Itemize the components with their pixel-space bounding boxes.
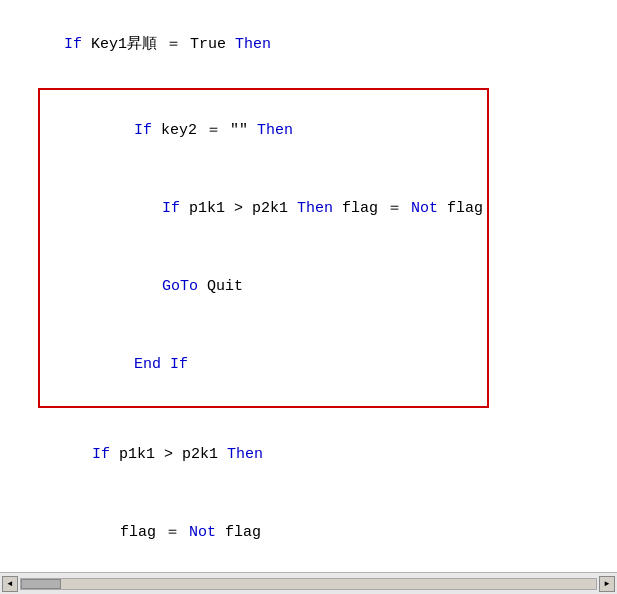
keyword-then: Then <box>257 122 293 139</box>
keyword-not: Not <box>411 200 447 217</box>
keyword-if: If <box>162 200 189 217</box>
code-text: p1k1 > p2k1 <box>189 200 297 217</box>
scroll-right-button[interactable]: ► <box>599 576 615 592</box>
keyword-end-if: End If <box>134 356 188 373</box>
code-text: flag ＝ <box>120 524 189 541</box>
code-line: If Key1昇順 ＝ True Then <box>10 6 607 84</box>
code-line: GoTo Quit <box>44 248 483 326</box>
scroll-left-button[interactable]: ◄ <box>2 576 18 592</box>
keyword-then: Then <box>227 446 263 463</box>
highlight-box-1: If key2 ＝ "" Then If p1k1 > p2k1 Then fl… <box>38 88 489 408</box>
code-editor: If Key1昇順 ＝ True Then If key2 ＝ "" Then … <box>0 0 617 572</box>
keyword-not: Not <box>189 524 225 541</box>
horizontal-scrollbar[interactable]: ◄ ► <box>0 572 617 594</box>
keyword-if: If <box>64 36 91 53</box>
code-text: Key1昇順 ＝ True <box>91 36 235 53</box>
code-text: flag ＝ <box>342 200 411 217</box>
keyword-goto: GoTo <box>162 278 207 295</box>
scroll-thumb[interactable] <box>21 579 61 589</box>
code-text: p1k1 > p2k1 <box>119 446 227 463</box>
code-text: flag <box>447 200 483 217</box>
code-text: Quit <box>207 278 243 295</box>
code-line: If p1k1 > p2k1 Then <box>10 416 607 494</box>
code-section-1: If Key1昇順 ＝ True Then If key2 ＝ "" Then … <box>0 0 617 572</box>
keyword-if: If <box>134 122 161 139</box>
code-line: If p1k1 > p2k1 Then flag ＝ Not flag <box>44 170 483 248</box>
keyword-then: Then <box>297 200 342 217</box>
scroll-track[interactable] <box>20 578 597 590</box>
code-line: flag ＝ Not flag <box>10 494 607 572</box>
code-line: If key2 ＝ "" Then <box>44 92 483 170</box>
code-text: flag <box>225 524 261 541</box>
code-text: key2 ＝ "" <box>161 122 257 139</box>
keyword-if: If <box>92 446 119 463</box>
keyword-then: Then <box>235 36 271 53</box>
code-line: End If <box>44 326 483 404</box>
